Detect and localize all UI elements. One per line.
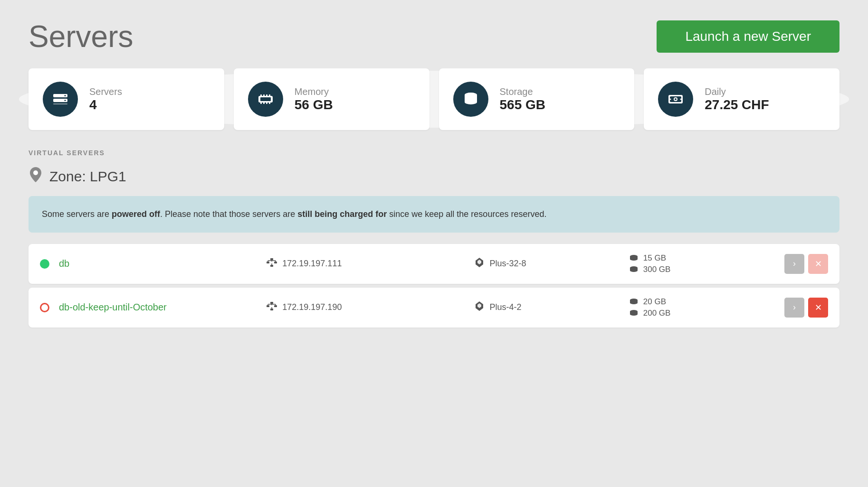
storage-line-2: 300 GB: [629, 265, 671, 274]
svg-rect-29: [270, 258, 273, 260]
storage-3-size: 20 GB: [643, 297, 666, 307]
stat-value-servers: 4: [89, 97, 122, 112]
svg-point-2: [65, 95, 66, 96]
server-plan-block-2: Plus-4-2: [474, 300, 629, 314]
svg-point-28: [33, 170, 38, 175]
storage-1-size: 15 GB: [643, 253, 666, 263]
server-delete-button-disabled: ✕: [808, 254, 828, 274]
svg-point-61: [630, 301, 638, 304]
svg-point-27: [680, 99, 682, 100]
svg-rect-48: [270, 302, 273, 304]
svg-rect-51: [270, 309, 273, 310]
server-name-db-old[interactable]: db-old-keep-until-October: [59, 302, 266, 313]
server-icon: [43, 82, 78, 117]
svg-rect-7: [263, 94, 265, 96]
stat-value-memory: 56 GB: [295, 97, 333, 112]
stat-card-daily: Daily 27.25 CHF: [644, 68, 839, 130]
server-actions: › ✕: [784, 254, 828, 274]
stat-card-servers: Servers 4: [29, 68, 224, 130]
server-plan-block: Plus-32-8: [474, 257, 629, 271]
storage-line-4: 200 GB: [629, 309, 671, 318]
network-icon: [266, 258, 277, 270]
svg-point-21: [465, 100, 477, 104]
svg-point-3: [65, 100, 66, 101]
stat-value-storage: 565 GB: [500, 97, 546, 112]
server-storage-block-2: 20 GB 200 GB: [629, 297, 784, 318]
svg-rect-31: [274, 262, 277, 263]
server-list: db 172.19.197.111: [29, 244, 839, 331]
svg-rect-11: [263, 102, 265, 104]
svg-rect-6: [260, 94, 262, 96]
zone-row: Zone: LPG1: [29, 166, 839, 187]
zone-title: Zone: LPG1: [49, 169, 126, 185]
stat-card-memory: Memory 56 GB: [234, 68, 429, 130]
stat-label-servers: Servers: [89, 86, 122, 97]
plan-icon: [474, 257, 485, 271]
svg-rect-8: [266, 94, 267, 96]
svg-rect-32: [270, 265, 273, 267]
stat-label-storage: Storage: [500, 86, 546, 97]
svg-rect-14: [260, 97, 271, 101]
storage-line-3: 20 GB: [629, 297, 666, 307]
svg-point-26: [670, 99, 671, 100]
stat-card-storage: Storage 565 GB: [439, 68, 635, 130]
server-ip: 172.19.197.111: [282, 259, 342, 269]
stat-info-daily: Daily 27.25 CHF: [705, 86, 769, 112]
server-plan-2: Plus-4-2: [490, 302, 522, 312]
alert-banner: Some servers are powered off. Please not…: [29, 196, 839, 233]
server-row: db 172.19.197.111: [29, 244, 839, 284]
server-ip-block-2: 172.19.197.190: [266, 301, 473, 313]
storage-icon: [453, 82, 488, 117]
server-delete-button[interactable]: ✕: [808, 298, 828, 318]
server-detail-button-2[interactable]: ›: [784, 298, 804, 318]
server-detail-button[interactable]: ›: [784, 254, 804, 274]
memory-icon: [248, 82, 283, 117]
storage-4-size: 200 GB: [643, 309, 671, 318]
svg-rect-9: [269, 94, 270, 96]
alert-text: Some servers are powered off. Please not…: [42, 209, 546, 219]
launch-server-button[interactable]: Launch a new Server: [657, 20, 839, 53]
server-storage-block: 15 GB 300 GB: [629, 253, 784, 274]
page-header: Servers Launch a new Server: [29, 19, 839, 54]
status-indicator-online: [40, 259, 49, 269]
storage-2-size: 300 GB: [643, 265, 671, 274]
svg-point-47: [630, 269, 638, 272]
stat-label-daily: Daily: [705, 86, 769, 97]
page-title: Servers: [29, 19, 134, 54]
plan-icon-2: [474, 300, 485, 314]
section-label-virtual-servers: VIRTUAL SERVERS: [29, 149, 839, 157]
svg-rect-13: [269, 102, 270, 104]
svg-rect-49: [267, 305, 269, 307]
server-ip-block: 172.19.197.111: [266, 258, 473, 270]
stats-row: Servers 4 Mem: [29, 68, 839, 130]
money-icon: [658, 82, 693, 117]
server-row: db-old-keep-until-October 172.19.197.190: [29, 288, 839, 328]
stat-label-memory: Memory: [295, 86, 333, 97]
svg-point-25: [675, 98, 677, 100]
svg-point-66: [630, 313, 638, 316]
status-indicator-offline: [40, 303, 49, 312]
server-ip-2: 172.19.197.190: [282, 302, 342, 312]
stat-value-daily: 27.25 CHF: [705, 97, 769, 112]
svg-rect-30: [267, 262, 269, 263]
server-name-db[interactable]: db: [59, 258, 266, 269]
svg-rect-50: [274, 305, 277, 307]
location-icon: [29, 166, 43, 187]
stat-info-storage: Storage 565 GB: [500, 86, 546, 112]
stat-info-memory: Memory 56 GB: [295, 86, 333, 112]
stats-wrapper: Servers 4 Mem: [29, 68, 839, 130]
svg-point-42: [630, 258, 638, 261]
svg-rect-4: [53, 103, 67, 104]
network-icon-2: [266, 301, 277, 313]
svg-rect-10: [260, 102, 262, 104]
storage-line-1: 15 GB: [629, 253, 666, 263]
server-plan: Plus-32-8: [490, 259, 526, 269]
server-actions-2: › ✕: [784, 298, 828, 318]
svg-rect-12: [266, 102, 267, 104]
stat-info-servers: Servers 4: [89, 86, 122, 112]
